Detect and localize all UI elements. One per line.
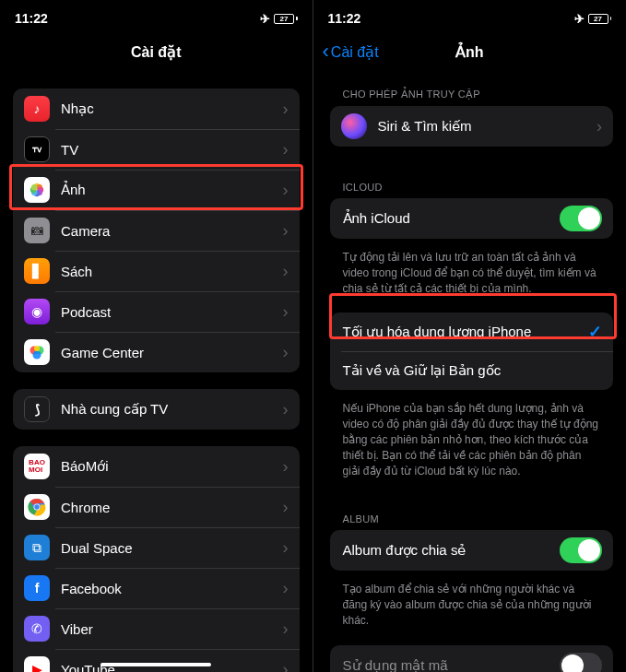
battery-icon: 27 [274, 14, 298, 24]
status-indicators: ✈ 27 [574, 12, 612, 26]
dualspace-icon: ⧉ [24, 535, 50, 560]
row-label: Tải về và Giữ lại Bản gốc [343, 362, 603, 379]
home-indicator[interactable] [100, 663, 211, 666]
status-time: 11:22 [328, 11, 361, 26]
back-label: Cài đặt [331, 43, 379, 61]
checkmark-icon: ✓ [588, 322, 602, 342]
shared-description: Tạo album để chia sẻ với những người khá… [330, 576, 614, 644]
row-label: Podcast [61, 304, 283, 320]
baomoi-icon: BAOMOI [24, 454, 50, 479]
row-siri[interactable]: Siri & Tìm kiếm › [330, 106, 614, 147]
chevron-right-icon: › [283, 661, 289, 672]
row-label: BáoMới [61, 458, 283, 475]
chevron-right-icon: › [283, 580, 289, 596]
toggle-icloud-photos[interactable] [560, 206, 602, 231]
icloud-description: Tự động tải lên và lưu trữ an toàn tất c… [330, 244, 614, 312]
status-time: 11:22 [15, 11, 48, 26]
row-label: Chrome [61, 500, 283, 515]
settings-group-tv-provider: ⟆ Nhà cung cấp TV › [13, 389, 300, 430]
viber-icon: ✆ [24, 616, 50, 642]
svg-point-7 [31, 184, 37, 190]
settings-row-youtube[interactable]: ▶ YouTube › [13, 649, 300, 672]
music-icon: ♪ [24, 96, 50, 122]
row-download-originals[interactable]: Tải về và Giữ lại Bản gốc [330, 351, 614, 390]
svg-point-10 [33, 351, 41, 360]
optimize-description: Nếu iPhone của bạn sắp hết dung lượng, ả… [330, 395, 614, 495]
settings-row-viber[interactable]: ✆ Viber › [13, 608, 300, 649]
group-passcode: Sử dụng mật mã [330, 645, 614, 672]
row-label: Facebook [61, 581, 283, 596]
airplane-icon: ✈ [574, 12, 585, 26]
back-button[interactable]: ‹ Cài đặt [323, 41, 379, 62]
settings-list[interactable]: ♪ Nhạc › ᴛᴠ TV › Ảnh › 📷︎ Camera › ▋ S [0, 70, 313, 672]
section-header-access: CHO PHÉP ẢNH TRUY CẬP [330, 70, 614, 106]
row-passcode[interactable]: Sử dụng mật mã [330, 645, 614, 672]
chevron-right-icon: › [283, 401, 289, 418]
chevron-right-icon: › [283, 182, 289, 198]
toggle-passcode[interactable] [560, 653, 602, 672]
row-label: Nhà cung cấp TV [61, 401, 283, 418]
provider-icon: ⟆ [24, 396, 50, 422]
page-title: Cài đặt [131, 43, 181, 61]
battery-icon: 27 [588, 14, 612, 24]
photos-settings[interactable]: CHO PHÉP ẢNH TRUY CẬP Siri & Tìm kiếm › … [313, 70, 627, 672]
row-label: Siri & Tìm kiếm [378, 118, 597, 135]
row-label: Dual Space [61, 540, 283, 556]
books-icon: ▋ [24, 258, 50, 284]
chevron-right-icon: › [283, 303, 289, 320]
svg-point-11 [34, 346, 40, 351]
nav-bar: ‹ Cài đặt Ảnh [313, 33, 627, 70]
chevron-right-icon: › [283, 141, 289, 158]
group-shared-album: Album được chia sẻ [330, 530, 614, 571]
chevron-right-icon: › [283, 620, 289, 637]
row-label: Viber [61, 621, 283, 637]
settings-group-apple-apps: ♪ Nhạc › ᴛᴠ TV › Ảnh › 📷︎ Camera › ▋ S [13, 88, 300, 372]
photos-icon [24, 177, 50, 203]
chevron-left-icon: ‹ [323, 41, 329, 62]
row-label: Tối ưu hóa dung lượng iPhone [343, 324, 589, 340]
settings-row-music[interactable]: ♪ Nhạc › [13, 88, 300, 129]
settings-row-tvprovider[interactable]: ⟆ Nhà cung cấp TV › [13, 389, 300, 430]
row-optimize[interactable]: Tối ưu hóa dung lượng iPhone ✓ [330, 312, 614, 351]
settings-row-podcast[interactable]: ◉ Podcast › [13, 291, 300, 332]
settings-row-tv[interactable]: ᴛᴠ TV › [13, 129, 300, 170]
chevron-right-icon: › [283, 222, 289, 239]
row-label: TV [61, 142, 283, 158]
chevron-right-icon: › [283, 100, 289, 117]
settings-row-camera[interactable]: 📷︎ Camera › [13, 210, 300, 251]
section-header-icloud: ICLOUD [330, 163, 614, 198]
gamecenter-icon [24, 339, 50, 365]
nav-bar: Cài đặt [0, 33, 313, 70]
group-access: Siri & Tìm kiếm › [330, 106, 614, 147]
settings-row-baomoi[interactable]: BAOMOI BáoMới › [13, 446, 300, 487]
siri-icon [341, 113, 367, 139]
settings-row-gamecenter[interactable]: Game Center › [13, 332, 300, 372]
row-label: Ảnh iCloud [343, 210, 561, 227]
settings-row-dualspace[interactable]: ⧉ Dual Space › [13, 527, 300, 568]
settings-row-books[interactable]: ▋ Sách › [13, 251, 300, 291]
svg-point-14 [34, 504, 39, 509]
settings-group-third-party: BAOMOI BáoMới › Chrome › ⧉ Dual Space › … [13, 446, 300, 672]
airplane-icon: ✈ [260, 12, 270, 26]
row-label: Sử dụng mật mã [343, 657, 561, 672]
page-title: Ảnh [455, 43, 484, 61]
chevron-right-icon: › [596, 118, 602, 135]
toggle-shared-album[interactable] [560, 537, 602, 563]
facebook-icon: f [24, 575, 50, 601]
settings-row-photos[interactable]: Ảnh › [13, 170, 300, 210]
row-label: Sách [61, 264, 283, 279]
row-icloud-photos[interactable]: Ảnh iCloud [330, 198, 614, 239]
group-optimize: Tối ưu hóa dung lượng iPhone ✓ Tải về và… [330, 312, 614, 390]
status-indicators: ✈ 27 [260, 12, 298, 26]
settings-row-facebook[interactable]: f Facebook › [13, 568, 300, 608]
chevron-right-icon: › [283, 263, 289, 279]
right-screenshot: 11:22 ✈ 27 ‹ Cài đặt Ảnh CHO PHÉP ẢNH TR… [313, 0, 627, 672]
chrome-icon [24, 494, 50, 520]
row-label: Album được chia sẻ [343, 542, 561, 559]
chevron-right-icon: › [283, 344, 289, 360]
settings-row-chrome[interactable]: Chrome › [13, 487, 300, 527]
row-shared-album[interactable]: Album được chia sẻ [330, 530, 614, 571]
chevron-right-icon: › [283, 539, 289, 556]
chevron-right-icon: › [283, 458, 289, 475]
row-label: Nhạc [61, 100, 283, 117]
